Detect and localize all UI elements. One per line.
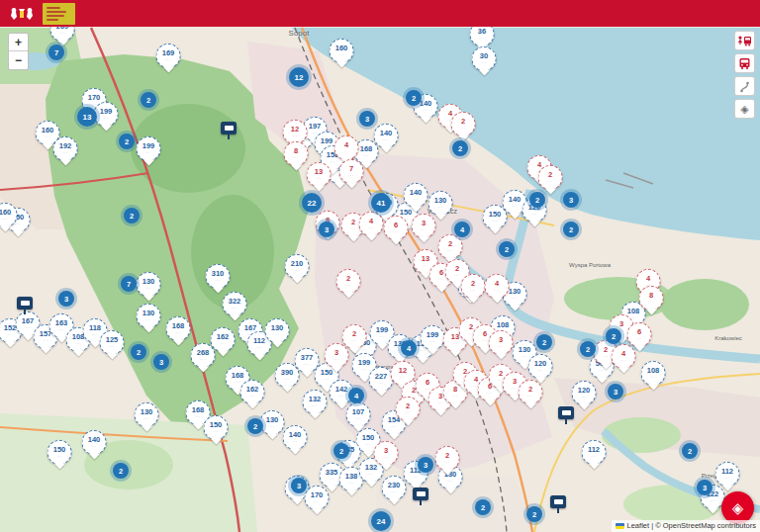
marker-stop-pin[interactable]: 30··· bbox=[472, 46, 497, 71]
marker-stop-pin[interactable]: 130··· bbox=[265, 318, 290, 343]
navigate-button[interactable]: ◈ bbox=[734, 99, 755, 119]
marker-stop-pin[interactable]: 107··· bbox=[346, 402, 371, 427]
marker-stop-pin[interactable]: 112··· bbox=[582, 440, 607, 465]
marker-stop-pin[interactable]: 322··· bbox=[223, 292, 247, 316]
marker-alert-pin[interactable]: 3··· bbox=[325, 343, 349, 368]
marker-cluster[interactable]: 2 bbox=[131, 344, 146, 360]
marker-stop-pin[interactable]: 125··· bbox=[100, 330, 125, 355]
marker-cluster[interactable]: 24 bbox=[371, 511, 391, 531]
marker-stop-pin[interactable]: 210··· bbox=[285, 254, 310, 279]
marker-alert-pin[interactable]: 7··· bbox=[339, 159, 364, 184]
marker-display-board[interactable] bbox=[413, 488, 428, 505]
marker-cluster[interactable]: 2 bbox=[113, 463, 129, 479]
marker-stop-pin[interactable]: 199··· bbox=[421, 325, 445, 350]
marker-stop-pin[interactable]: 130··· bbox=[428, 191, 453, 216]
marker-cluster[interactable]: 3 bbox=[418, 457, 433, 473]
marker-cluster[interactable]: 3 bbox=[697, 480, 712, 495]
marker-cluster[interactable]: 2 bbox=[536, 334, 552, 350]
marker-cluster[interactable]: 2 bbox=[247, 418, 263, 434]
marker-stop-pin[interactable]: 170··· bbox=[305, 486, 330, 510]
marker-alert-pin[interactable]: 2··· bbox=[435, 446, 460, 471]
marker-alert-pin[interactable]: 3··· bbox=[412, 214, 436, 238]
marker-cluster[interactable]: 3 bbox=[153, 354, 169, 370]
map-viewport[interactable]: SopotWrzeszczSuchaninoWyspa PortowaKrako… bbox=[0, 27, 760, 532]
marker-alert-pin[interactable]: 2··· bbox=[461, 274, 486, 299]
zoom-in-button[interactable]: + bbox=[9, 34, 28, 51]
marker-cluster[interactable]: 2 bbox=[452, 140, 468, 156]
marker-display-board[interactable] bbox=[550, 495, 566, 513]
marker-stop-pin[interactable]: 130··· bbox=[260, 410, 285, 435]
marker-alert-pin[interactable]: 6··· bbox=[384, 216, 409, 240]
marker-stop-pin[interactable]: 230··· bbox=[382, 476, 407, 500]
marker-stop-pin[interactable]: 130··· bbox=[137, 304, 161, 328]
marker-stop-pin[interactable]: 130··· bbox=[137, 272, 161, 297]
marker-stop-pin[interactable]: 140··· bbox=[404, 183, 428, 208]
marker-stop-pin[interactable]: 168··· bbox=[166, 316, 191, 341]
marker-alert-pin[interactable]: 3··· bbox=[374, 441, 399, 466]
marker-alert-pin[interactable]: 13··· bbox=[307, 162, 332, 187]
marker-cluster[interactable]: 12 bbox=[289, 67, 309, 87]
route-layer-button[interactable] bbox=[734, 76, 755, 96]
marker-stop-pin[interactable]: 140··· bbox=[283, 425, 308, 450]
marker-alert-pin[interactable]: 6··· bbox=[627, 322, 652, 347]
marker-alert-pin[interactable]: 2··· bbox=[438, 234, 463, 259]
marker-stop-pin[interactable]: 120··· bbox=[528, 354, 553, 379]
marker-alert-pin[interactable]: 2··· bbox=[336, 269, 361, 294]
marker-cluster[interactable]: 3 bbox=[563, 192, 579, 208]
marker-cluster[interactable]: 4 bbox=[401, 340, 417, 356]
marker-stop-pin[interactable]: 169··· bbox=[156, 44, 181, 68]
marker-display-board[interactable] bbox=[221, 122, 237, 139]
marker-cluster[interactable]: 4 bbox=[454, 222, 470, 237]
marker-stop-pin[interactable]: 268··· bbox=[191, 343, 216, 368]
marker-cluster[interactable]: 2 bbox=[499, 241, 515, 257]
marker-cluster[interactable]: 7 bbox=[121, 276, 137, 292]
marker-cluster[interactable]: 13 bbox=[77, 107, 97, 127]
marker-alert-pin[interactable]: 2··· bbox=[342, 324, 367, 349]
marker-stop-pin[interactable]: 150··· bbox=[204, 415, 229, 440]
marker-cluster[interactable]: 2 bbox=[526, 506, 542, 522]
marker-cluster[interactable]: 3 bbox=[359, 111, 375, 127]
marker-alert-pin[interactable]: 8··· bbox=[639, 286, 664, 310]
marker-cluster[interactable]: 2 bbox=[682, 443, 698, 459]
marker-cluster[interactable]: 2 bbox=[406, 90, 422, 106]
marker-alert-pin[interactable]: 2··· bbox=[396, 397, 421, 421]
marker-alert-pin[interactable]: 4··· bbox=[359, 212, 384, 236]
marker-stop-pin[interactable]: 140··· bbox=[374, 124, 399, 148]
marker-cluster[interactable]: 2 bbox=[529, 192, 545, 208]
marker-stop-pin[interactable]: 108··· bbox=[641, 361, 666, 386]
marker-cluster[interactable]: 2 bbox=[606, 328, 621, 344]
marker-cluster[interactable]: 2 bbox=[141, 92, 156, 108]
marker-cluster[interactable]: 22 bbox=[302, 193, 322, 213]
marker-cluster[interactable]: 3 bbox=[319, 222, 334, 237]
marker-stop-pin[interactable]: 140··· bbox=[82, 430, 107, 455]
marker-stop-pin[interactable]: 130··· bbox=[135, 402, 159, 427]
marker-alert-pin[interactable]: 2··· bbox=[538, 165, 563, 190]
marker-alert-pin[interactable]: 4··· bbox=[334, 135, 359, 160]
marker-alert-pin[interactable]: 4··· bbox=[612, 344, 636, 369]
zoom-out-button[interactable]: − bbox=[9, 51, 28, 69]
bus-stop-layer-button[interactable] bbox=[734, 31, 755, 50]
marker-cluster[interactable]: 2 bbox=[124, 208, 140, 223]
marker-stop-pin[interactable]: 162··· bbox=[240, 380, 265, 404]
marker-cluster[interactable]: 2 bbox=[475, 499, 491, 515]
marker-cluster[interactable]: 4 bbox=[348, 388, 364, 403]
marker-cluster[interactable]: 7 bbox=[48, 44, 64, 60]
marker-cluster[interactable]: 2 bbox=[563, 222, 579, 237]
marker-stop-pin[interactable]: 199··· bbox=[137, 136, 161, 161]
marker-stop-pin[interactable]: 310··· bbox=[206, 264, 231, 289]
marker-stop-pin[interactable]: 192··· bbox=[53, 136, 78, 161]
marker-display-board[interactable] bbox=[558, 406, 574, 424]
attribution-text[interactable]: Leaflet | © OpenStreetMap contributors bbox=[627, 521, 756, 530]
marker-cluster[interactable]: 2 bbox=[333, 443, 349, 459]
marker-stop-pin[interactable]: 120··· bbox=[572, 381, 597, 405]
marker-cluster[interactable]: 2 bbox=[119, 133, 135, 149]
marker-display-board[interactable] bbox=[17, 297, 33, 314]
marker-stop-pin[interactable]: 162··· bbox=[211, 327, 236, 352]
marker-stop-pin[interactable]: 150··· bbox=[48, 440, 72, 465]
marker-stop-pin[interactable]: 199··· bbox=[94, 102, 119, 127]
marker-alert-pin[interactable]: 2··· bbox=[451, 112, 476, 136]
marker-alert-pin[interactable]: 2··· bbox=[519, 380, 543, 404]
marker-cluster[interactable]: 2 bbox=[580, 341, 596, 357]
marker-stop-pin[interactable]: 160··· bbox=[330, 39, 354, 63]
bus-layer-button[interactable] bbox=[734, 53, 755, 73]
